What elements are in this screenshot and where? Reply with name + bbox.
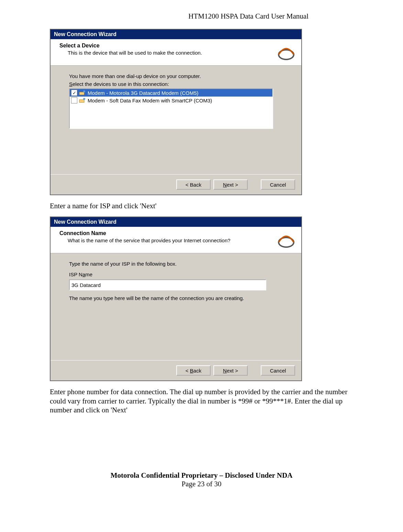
modem-icon (79, 90, 86, 96)
body-text-1: You have more than one dial-up device on… (69, 73, 286, 79)
wizard-header: Select a Device This is the device that … (51, 39, 301, 66)
network-icon (276, 230, 296, 248)
doc-footer: Motorola Confidential Proprietary – Disc… (50, 471, 353, 488)
device-item-motorola[interactable]: ✓ Modem - Motorola 3G Datacard Modem (CO… (70, 89, 272, 97)
modem-icon (79, 98, 86, 103)
doc-header: HTM1200 HSPA Data Card User Manual (50, 12, 353, 21)
body-text-2: The name you type here will be the name … (69, 295, 286, 301)
isp-name-input[interactable] (69, 279, 266, 290)
wizard-header-subtitle: This is the device that will be used to … (68, 50, 276, 56)
network-icon (276, 43, 296, 60)
svg-point-4 (83, 98, 85, 100)
wizard-select-device: New Connection Wizard Select a Device Th… (50, 29, 302, 195)
next-button[interactable]: Next > (213, 179, 248, 190)
checkbox-icon[interactable]: ✓ (71, 90, 77, 96)
wizard-header-title: Connection Name (59, 230, 276, 236)
wizard-header-title: Select a Device (59, 43, 276, 49)
window-titlebar: New Connection Wizard (51, 217, 301, 227)
instruction-text-1: Enter a name for ISP and click 'Next' (50, 201, 353, 210)
back-button[interactable]: < Back (176, 179, 211, 190)
checkbox-icon[interactable] (71, 97, 77, 103)
body-text-2: Select the devices to use in this connec… (69, 81, 286, 87)
device-label: Modem - Motorola 3G Datacard Modem (COM5… (88, 90, 199, 96)
footer-page-number: Page 23 of 30 (50, 480, 353, 488)
isp-name-label: ISP Name (69, 271, 286, 277)
device-label: Modem - Soft Data Fax Modem with SmartCP… (88, 98, 212, 103)
wizard-header: Connection Name What is the name of the … (51, 227, 301, 253)
device-item-softdata[interactable]: Modem - Soft Data Fax Modem with SmartCP… (70, 97, 272, 104)
next-button[interactable]: Next > (213, 365, 248, 376)
device-list[interactable]: ✓ Modem - Motorola 3G Datacard Modem (CO… (69, 88, 273, 129)
cancel-button[interactable]: Cancel (261, 179, 295, 190)
back-button[interactable]: < Back (176, 365, 211, 376)
cancel-button[interactable]: Cancel (261, 365, 295, 376)
wizard-connection-name: New Connection Wizard Connection Name Wh… (50, 217, 302, 381)
instruction-text-2: Enter phone number for data connection. … (50, 387, 353, 414)
wizard-header-subtitle: What is the name of the service that pro… (68, 237, 276, 243)
body-text-1: Type the name of your ISP in the followi… (69, 261, 286, 267)
svg-rect-3 (79, 100, 84, 102)
svg-point-2 (83, 90, 85, 92)
footer-proprietary: Motorola Confidential Proprietary – Disc… (50, 471, 353, 480)
window-titlebar: New Connection Wizard (51, 30, 301, 39)
svg-rect-1 (79, 92, 84, 95)
